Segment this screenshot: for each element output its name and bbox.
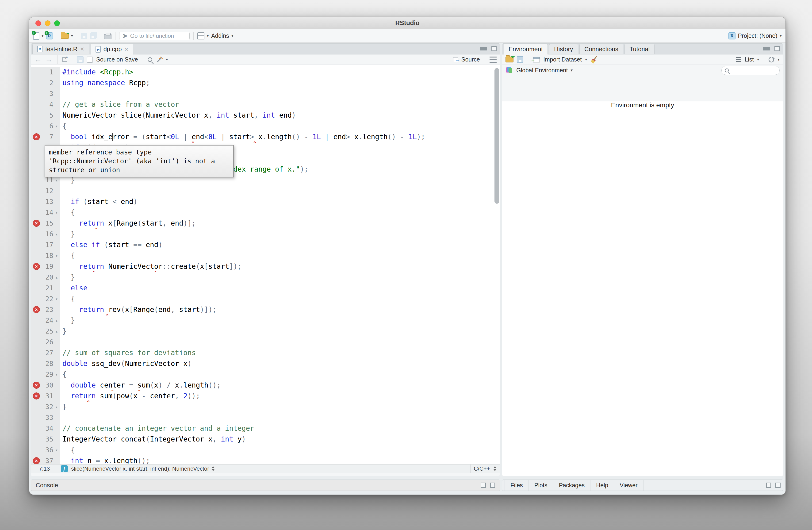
back-icon[interactable]: ← [34,55,42,64]
gutter-cell[interactable]: 27 [31,347,60,358]
code-line[interactable]: 34// concatenate an integer vector and a… [31,423,500,434]
fold-arrow-icon[interactable]: ▴ [53,177,60,183]
fold-arrow-icon[interactable]: ▾ [53,124,60,129]
addins-dropdown[interactable]: ▾ [231,33,233,38]
code-line[interactable]: 16▴ } [31,229,500,240]
gutter-cell[interactable]: 3 [31,88,60,99]
print-button[interactable] [104,33,112,39]
code-line[interactable]: 6▾{ [31,121,500,131]
fold-arrow-icon[interactable]: ▴ [53,329,60,334]
code-line[interactable]: ×30 double center = sum(x) / x.length();… [31,380,500,390]
console-title[interactable]: Console [36,482,58,489]
fold-arrow-icon[interactable]: ▴ [53,404,60,409]
gutter-cell[interactable]: 1 [31,67,60,77]
maximize-pane-icon[interactable] [490,483,495,488]
cursor-position[interactable]: 7:13 [31,464,58,473]
tab-packages[interactable]: Packages [553,480,591,490]
fold-arrow-icon[interactable]: ▴ [53,318,60,323]
code-line[interactable]: ×15 return x[Range(start, end)];^ [31,218,500,229]
import-dataset-dropdown[interactable]: ▾ [585,57,587,62]
tab-tutorial[interactable]: Tutorial [624,44,654,54]
load-workspace-icon[interactable] [506,57,513,62]
import-dataset-button[interactable]: Import Dataset [543,56,582,63]
language-spinner-icon[interactable] [493,466,497,471]
code-editor[interactable]: 1#include <Rcpp.h>2using namespace Rcpp;… [31,65,500,464]
code-line[interactable]: 25▴} [31,326,500,336]
code-line[interactable]: ×37 int n = x.length();^ [31,455,500,464]
gutter-cell[interactable]: 36▾ [31,445,60,455]
code-line[interactable]: 3 [31,88,500,99]
gutter-cell[interactable]: 28 [31,358,60,369]
gutter-cell[interactable]: 4 [31,99,60,110]
minimize-pane-icon[interactable] [480,47,487,51]
tab-viewer[interactable]: Viewer [614,480,643,490]
gutter-cell[interactable]: 21 [31,283,60,293]
close-tab-icon[interactable]: × [80,46,84,52]
restore-pane-icon[interactable] [766,483,771,488]
gutter-cell[interactable]: 22▾ [31,293,60,304]
gutter-cell[interactable]: 20▴ [31,272,60,283]
search-icon[interactable] [148,57,152,62]
new-project-button[interactable]: R+ [46,32,53,40]
tab-help[interactable]: Help [591,480,614,490]
tab-test-inline-r[interactable]: R test-inline.R × [32,44,89,54]
tab-history[interactable]: History [549,44,578,54]
project-menu-button[interactable]: Project: (None) [738,32,777,39]
new-file-dropdown[interactable]: ▾ [42,33,44,38]
goto-file-function-input[interactable]: ➤ Go to file/function [119,32,190,40]
gutter-cell[interactable]: ×23 [31,304,60,315]
open-file-dropdown[interactable]: ▾ [71,33,73,38]
popout-icon[interactable] [62,57,67,62]
pane-layout-dropdown[interactable]: ▾ [207,33,209,38]
gutter-cell[interactable]: 26 [31,336,60,347]
gutter-cell[interactable]: 25▴ [31,326,60,336]
minimize-pane-icon[interactable] [763,47,770,51]
code-line[interactable]: 27// sum of squares for deviations [31,347,500,358]
code-line[interactable]: 1#include <Rcpp.h> [31,67,500,77]
project-dropdown[interactable]: ▾ [780,33,782,38]
scope-spinner-icon[interactable] [212,466,215,471]
code-line[interactable]: 26 [31,336,500,347]
code-line[interactable]: ×7 bool idx_error = (start<0L | end<0L |… [31,131,500,142]
gutter-cell[interactable]: ×30 [31,380,60,390]
maximize-pane-icon[interactable] [775,483,781,488]
pane-layout-button[interactable] [197,32,204,40]
environment-search-input[interactable] [721,66,780,75]
code-line[interactable]: 12 [31,185,500,196]
maximize-pane-icon[interactable] [491,46,497,51]
code-line[interactable]: 4// get a slice from a vector [31,99,500,110]
code-line[interactable]: 20▴ } [31,272,500,283]
save-all-button[interactable] [90,33,96,39]
maximize-pane-icon[interactable] [774,46,780,51]
gutter-cell[interactable]: 6▾ [31,121,60,131]
refresh-dropdown[interactable]: ▾ [778,57,780,62]
restore-pane-icon[interactable] [481,483,486,488]
source-on-save-checkbox[interactable] [87,57,93,63]
gutter-cell[interactable]: 32▴ [31,401,60,412]
code-line[interactable]: 17 else if (start == end) [31,240,500,250]
gutter-cell[interactable]: 12 [31,185,60,196]
gutter-cell[interactable]: ×7 [31,131,60,142]
fold-arrow-icon[interactable]: ▾ [53,296,60,301]
gutter-cell[interactable]: 24▴ [31,315,60,326]
editor-scrollbar[interactable] [494,67,499,462]
list-view-button[interactable]: List [745,56,754,63]
forward-icon[interactable]: → [45,55,53,64]
gutter-cell[interactable]: 5 [31,110,60,121]
new-file-button[interactable]: + [33,32,39,40]
code-line[interactable]: 28double ssq_dev(NumericVector x) [31,358,500,369]
fold-arrow-icon[interactable]: ▾ [53,253,60,258]
code-line[interactable]: ×23 return rev(x[Range(end, start)]);^ [31,304,500,315]
code-line[interactable]: ×31 return sum(pow(x - center, 2));^ [31,390,500,401]
fold-arrow-icon[interactable]: ▾ [53,210,60,215]
save-source-button[interactable] [77,56,84,63]
code-line[interactable]: 22▾ { [31,293,500,304]
function-scope-selector[interactable]: slice(NumericVector x, int start, int en… [71,465,209,472]
close-tab-icon[interactable]: × [125,46,128,53]
gutter-cell[interactable]: ×37 [31,455,60,464]
gutter-cell[interactable]: ×31 [31,390,60,401]
code-line[interactable]: 29▾{ [31,369,500,380]
code-line[interactable]: 21 else [31,283,500,293]
fold-arrow-icon[interactable]: ▴ [53,231,60,237]
fold-arrow-icon[interactable]: ▾ [53,447,60,453]
